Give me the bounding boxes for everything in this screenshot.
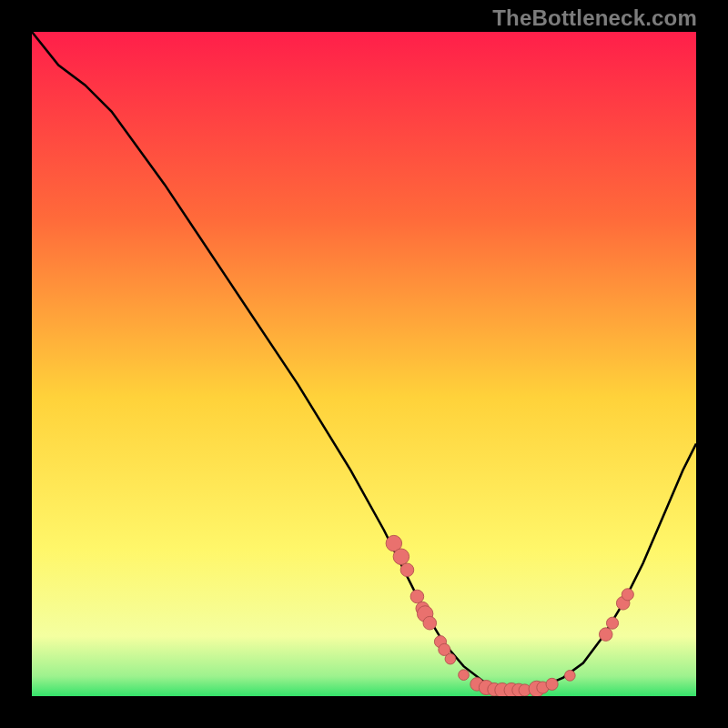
- data-point: [423, 616, 437, 630]
- data-point: [546, 678, 558, 690]
- chart-frame: TheBottleneck.com: [0, 0, 728, 728]
- data-point: [459, 670, 470, 681]
- data-point: [410, 590, 424, 603]
- data-point: [445, 653, 456, 664]
- curve-layer: [32, 32, 696, 696]
- data-point: [400, 563, 414, 577]
- data-point: [622, 589, 633, 601]
- data-point: [599, 628, 612, 642]
- data-point: [564, 671, 575, 682]
- data-point: [393, 549, 410, 565]
- bottleneck-curve: [32, 32, 696, 690]
- data-points: [386, 535, 633, 696]
- watermark-text: TheBottleneck.com: [492, 5, 697, 31]
- data-point: [606, 617, 618, 629]
- plot-area: [32, 32, 696, 696]
